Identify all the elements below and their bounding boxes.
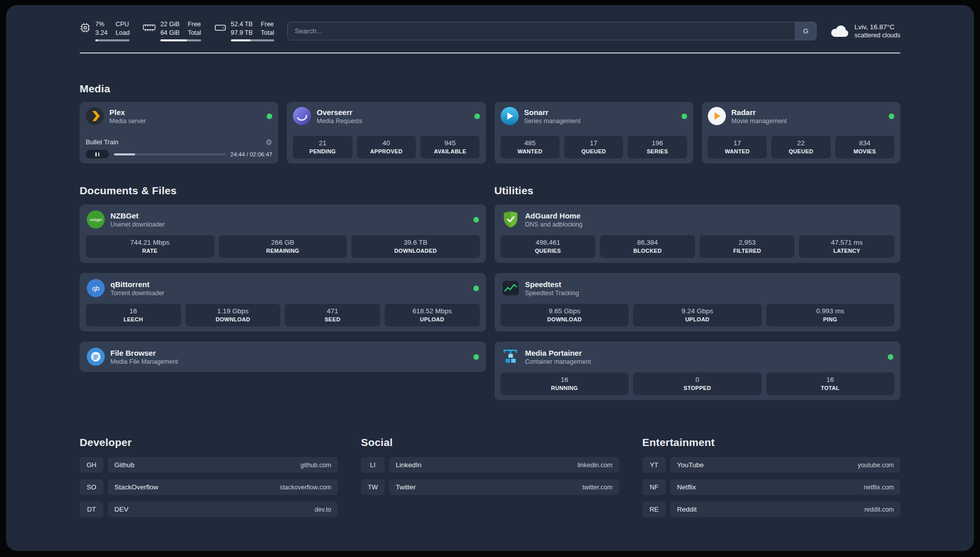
- cpu-usage-value: 7%: [95, 20, 107, 29]
- svg-text:nzbget: nzbget: [90, 217, 102, 222]
- service-name: Radarr: [731, 108, 787, 117]
- cloud-icon: [830, 24, 849, 38]
- stat-value: 485: [503, 139, 558, 147]
- service-card-adguard[interactable]: AdGuard Home DNS and adblocking 498,461 …: [495, 204, 901, 263]
- stat-tile: 39.6 TB DOWNLOADED: [351, 235, 480, 258]
- radarr-icon: [708, 107, 726, 125]
- stat-label: DOWNLOADED: [353, 248, 478, 254]
- stat-label: FILTERED: [702, 248, 793, 254]
- pause-button[interactable]: [86, 150, 109, 158]
- section-utilities: Utilities AdGuard Home DNS and adblockin…: [495, 185, 901, 400]
- service-card-sonarr[interactable]: Sonarr Series management 485 WANTED 17 Q…: [495, 102, 693, 163]
- stat-value: 471: [287, 307, 378, 315]
- stat-value: 16: [768, 376, 893, 383]
- stat-value: 498,461: [503, 239, 594, 246]
- plex-now-playing: Bullet Train ⚙ 24:44 / 02:06:47: [86, 134, 272, 158]
- topbar: 7% 3.24 CPU Load 22 GiB: [80, 20, 900, 41]
- stat-label: BLOCKED: [602, 248, 693, 254]
- stat-value: 47.571 ms: [801, 239, 892, 246]
- service-name: qBittorrent: [110, 280, 164, 289]
- bookmark-reddit[interactable]: RE Reddit reddit.com: [642, 502, 900, 517]
- bookmark-abbr: DT: [80, 502, 103, 517]
- bookmark-netflix[interactable]: NF Netflix netflix.com: [642, 479, 900, 495]
- bookmark-twitter[interactable]: TW Twitter twitter.com: [361, 479, 619, 495]
- service-name: Plex: [109, 108, 146, 117]
- stat-label: WANTED: [503, 148, 558, 154]
- service-card-radarr[interactable]: Radarr Movie management 17 WANTED 22 QUE…: [702, 102, 900, 163]
- bookmark-name: Github: [114, 461, 135, 469]
- adguard-icon: [502, 210, 520, 229]
- gear-icon[interactable]: ⚙: [266, 138, 272, 146]
- weather-condition: scattered clouds: [854, 32, 900, 39]
- stat-label: APPROVED: [359, 148, 414, 154]
- service-card-portainer[interactable]: Media Portainer Container management 16 …: [495, 342, 901, 400]
- stat-tile: 471 SEED: [285, 304, 380, 326]
- stat-label: REMAINING: [221, 248, 345, 254]
- bookmark-abbr: YT: [642, 457, 666, 473]
- stat-value: 9.65 Gbps: [503, 307, 627, 315]
- search-bar: G: [287, 22, 817, 40]
- topbar-divider: [80, 52, 900, 53]
- service-card-qbittorrent[interactable]: qb qBittorrent Torrent downloader 16 LEE…: [80, 273, 486, 331]
- service-subtitle: Speedtest Tracking: [525, 290, 579, 297]
- search-provider-button[interactable]: G: [795, 22, 816, 40]
- now-playing-title: Bullet Train: [86, 138, 118, 146]
- stat-value: 9.24 Gbps: [635, 307, 760, 315]
- service-subtitle: Media server: [109, 118, 146, 125]
- stat-tile: 21 PENDING: [293, 136, 352, 158]
- portainer-icon: [502, 348, 520, 366]
- stat-value: 0: [635, 376, 760, 383]
- service-name: AdGuard Home: [525, 211, 583, 220]
- section-title-developer: Developer: [80, 436, 338, 449]
- bookmark-stackoverflow[interactable]: SO StackOverflow stackoverflow.com: [80, 479, 338, 495]
- bookmark-abbr: NF: [642, 479, 666, 495]
- stat-label: UPLOAD: [387, 316, 478, 322]
- stat-label: SERIES: [630, 148, 685, 154]
- service-subtitle: Movie management: [731, 118, 787, 125]
- search-input[interactable]: [288, 22, 795, 40]
- section-title-social: Social: [361, 436, 619, 449]
- stat-value: 86,384: [602, 239, 693, 246]
- stat-tile: 86,384 BLOCKED: [600, 235, 695, 258]
- service-card-overseerr[interactable]: Overseerr Media Requests 21 PENDING 40 A…: [287, 102, 485, 163]
- stat-label: PING: [768, 316, 893, 322]
- stat-tile: 9.65 Gbps DOWNLOAD: [501, 304, 629, 326]
- playback-progress-bar[interactable]: [114, 153, 225, 155]
- section-title-utilities: Utilities: [495, 185, 901, 197]
- service-card-plex[interactable]: Plex Media server Bullet Train ⚙ 24:44 /…: [80, 102, 278, 163]
- stat-label: QUEUED: [773, 148, 828, 154]
- stat-value: 40: [359, 139, 414, 147]
- disk-resource-widget: 52.4 TB 97.9 TB Free Total: [214, 20, 274, 41]
- stat-label: LATENCY: [801, 248, 892, 254]
- bookmark-url: github.com: [300, 462, 331, 469]
- stat-value: 196: [630, 139, 685, 147]
- weather-widget: Lviv, 16.87°C scattered clouds: [830, 23, 900, 39]
- stat-tile: 498,461 QUERIES: [501, 235, 596, 258]
- stat-label: DOWNLOAD: [503, 316, 627, 322]
- bookmark-url: twitter.com: [582, 484, 612, 491]
- service-name: NZBGet: [110, 211, 165, 220]
- bookmark-github[interactable]: GH Github github.com: [80, 457, 338, 473]
- stat-value: 834: [837, 139, 892, 147]
- service-card-speedtest[interactable]: Speedtest Speedtest Tracking 9.65 Gbps D…: [495, 273, 901, 331]
- stat-value: 16: [88, 307, 179, 315]
- section-media: Media Plex Media server Bullet Train: [80, 83, 900, 163]
- stat-value: 17: [566, 139, 621, 147]
- bookmark-name: LinkedIn: [396, 461, 421, 469]
- bookmark-linkedin[interactable]: LI LinkedIn linkedin.com: [361, 457, 619, 473]
- stat-tile: 17 WANTED: [708, 136, 767, 158]
- disk-icon: [214, 22, 226, 33]
- svg-text:qb: qb: [92, 285, 99, 292]
- stat-tile: 40 APPROVED: [357, 136, 416, 158]
- service-card-filebrowser[interactable]: File Browser Media File Management: [80, 342, 486, 372]
- service-subtitle: Media File Management: [110, 358, 178, 365]
- memory-icon: [143, 22, 156, 33]
- section-title-entertainment: Entertainment: [642, 436, 900, 449]
- stat-label: PENDING: [295, 148, 350, 154]
- bookmark-youtube[interactable]: YT YouTube youtube.com: [642, 457, 900, 473]
- status-dot: [474, 114, 480, 119]
- stat-tile: 9.24 Gbps UPLOAD: [633, 304, 762, 326]
- bookmark-dev[interactable]: DT DEV dev.to: [80, 502, 338, 517]
- service-card-nzbget[interactable]: nzbget NZBGet Usenet downloader 744.21 M…: [80, 204, 486, 263]
- service-name: Media Portainer: [525, 349, 591, 357]
